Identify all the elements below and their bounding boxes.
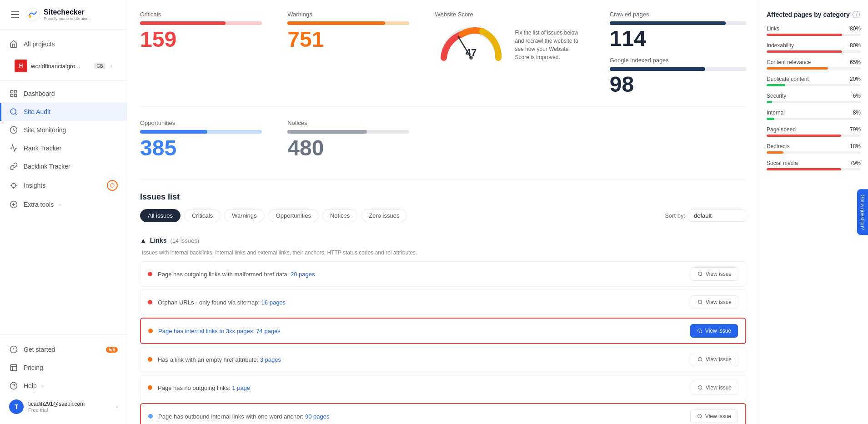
svg-point-36	[698, 358, 702, 361]
sidebar-item-help[interactable]: Help ›	[0, 377, 127, 395]
category-security: Security 6%	[767, 93, 861, 103]
sidebar-item-dashboard[interactable]: Dashboard	[0, 85, 127, 103]
sidebar-item-label: Help	[24, 382, 37, 389]
issue-text: Page has no outgoing links: 1 page	[158, 384, 685, 391]
svg-rect-2	[10, 90, 13, 93]
criticals-value: 159	[140, 29, 262, 50]
criticals-label: Criticals	[140, 11, 262, 18]
issue-pages-link[interactable]: 74 pages	[256, 328, 281, 334]
sidebar-item-insights[interactable]: Insights	[0, 175, 127, 195]
svg-point-0	[26, 8, 40, 21]
svg-point-1	[29, 15, 31, 18]
right-panel-title: Affected pages by category i	[767, 11, 861, 18]
svg-line-31	[701, 275, 702, 276]
severity-dot	[148, 414, 153, 419]
project-row[interactable]: H worldfinancialgrо... GB ›	[5, 55, 121, 77]
category-social-media: Social media 79%	[767, 160, 861, 170]
issue-text: Page has internal links to 3xx pages: 74…	[158, 328, 685, 334]
google-indexed-value: 98	[610, 74, 746, 95]
issue-row: Orphan URLs - only found via sitemap: 16…	[140, 289, 746, 315]
section-title: Links	[150, 237, 167, 244]
issue-pages: 16 pages	[261, 299, 286, 306]
crawled-bar	[610, 21, 746, 25]
sidebar-item-backlink-tracker[interactable]: Backlink Tracker	[0, 157, 127, 175]
sidebar-item-all-projects[interactable]: All projects	[0, 35, 127, 53]
category-content-relevance: Content relevance 65%	[767, 59, 861, 70]
question-bubble[interactable]: Got a question?	[857, 189, 868, 235]
chevron-right-icon: ›	[116, 404, 118, 409]
sidebar-item-label: Insights	[24, 182, 45, 189]
svg-point-34	[697, 329, 701, 333]
sidebar-item-rank-tracker[interactable]: Rank Tracker	[0, 139, 127, 157]
project-icon: H	[15, 60, 27, 72]
severity-dot	[148, 272, 152, 276]
warnings-bar	[287, 21, 409, 25]
filter-tab-warnings[interactable]: Warnings	[224, 209, 264, 222]
project-name: worldfinancialgrо...	[31, 63, 90, 70]
sidebar-item-label: Pricing	[24, 364, 43, 371]
issue-text: Orphan URLs - only found via sitemap: 16…	[158, 299, 685, 306]
issue-text: Page has outbound internal links with on…	[158, 413, 685, 420]
sidebar-item-get-started[interactable]: Get started 5/6	[0, 340, 127, 359]
section-count: (14 issues)	[170, 237, 199, 244]
collapse-icon[interactable]: ▲	[140, 237, 146, 244]
sidebar-item-site-audit[interactable]: Site Audit	[0, 103, 127, 121]
sidebar-header: Sitechecker Proudly made in Ukraine	[0, 0, 127, 30]
notices-label: Notices	[287, 120, 409, 126]
issue-link[interactable]: Page has internal links to 3xx pages:	[158, 328, 255, 334]
issue-pages: 90 pages	[305, 413, 330, 420]
view-issue-button[interactable]: View issue	[691, 267, 738, 281]
svg-point-38	[698, 386, 702, 389]
info-icon[interactable]: i	[853, 11, 860, 18]
view-issue-button[interactable]: View issue	[691, 353, 738, 366]
svg-rect-3	[15, 90, 17, 93]
monitor-icon	[9, 125, 18, 135]
stats-row2: Opportunities 385 Notices 480	[140, 120, 746, 180]
sidebar-item-label: Site Monitoring	[24, 126, 66, 134]
sidebar-item-label: Rank Tracker	[24, 145, 61, 152]
warnings-value: 751	[287, 29, 409, 50]
opportunities-stat: Opportunities 385	[140, 120, 276, 168]
criticals-stat: Criticals 159	[140, 11, 276, 95]
issue-pages: 20 pages	[291, 271, 315, 278]
view-issue-button[interactable]: View issue	[691, 381, 738, 394]
question-icon	[9, 381, 18, 390]
sidebar-item-extra-tools[interactable]: Extra tools ›	[0, 195, 127, 214]
filter-tab-zero-issues[interactable]: Zero issues	[361, 209, 407, 222]
view-issue-button[interactable]: View issue	[690, 409, 738, 423]
view-issue-button[interactable]: View issue	[691, 295, 738, 309]
warnings-label: Warnings	[287, 11, 409, 18]
category-links: Links 80%	[767, 25, 861, 36]
svg-line-33	[701, 303, 702, 304]
svg-line-35	[701, 332, 702, 333]
link-icon	[9, 162, 18, 171]
sidebar-item-label: Get started	[24, 346, 55, 353]
filter-tab-all-issues[interactable]: All issues	[140, 209, 181, 222]
svg-line-37	[701, 360, 702, 361]
audit-icon	[9, 107, 18, 116]
rocket-icon	[9, 345, 18, 354]
sort-select[interactable]: default severity pages affected	[689, 210, 746, 222]
sidebar-item-label: Dashboard	[24, 90, 55, 97]
sidebar-item-label: Backlink Tracker	[24, 163, 70, 170]
filter-tab-criticals[interactable]: Criticals	[184, 209, 221, 222]
logo-text: Sitechecker Proudly made in Ukraine	[44, 8, 89, 21]
sidebar-item-site-monitoring[interactable]: Site Monitoring	[0, 121, 127, 139]
insights-badge	[107, 180, 118, 191]
criticals-bar	[140, 21, 262, 25]
bulb-icon	[9, 181, 18, 190]
crawled-stats: Crawled pages 114 Google indexed pages 9…	[610, 11, 746, 95]
notices-stat: Notices 480	[287, 120, 424, 168]
view-issue-button-primary[interactable]: View issue	[690, 324, 738, 338]
sort-label: Sort by:	[665, 212, 685, 219]
sidebar-item-pricing[interactable]: Pricing	[0, 359, 127, 377]
categories-list: Links 80% Indexability 80% Content relev…	[767, 25, 861, 170]
issues-title: Issues list	[140, 192, 746, 202]
hamburger-menu[interactable]	[9, 10, 21, 20]
svg-line-41	[701, 417, 702, 418]
filter-tab-opportunities[interactable]: Opportunities	[268, 209, 319, 222]
website-score-stat: Website Score	[435, 11, 598, 95]
filter-tab-notices[interactable]: Notices	[322, 209, 357, 222]
svg-point-30	[698, 272, 702, 276]
user-profile-row[interactable]: T ticadih291@saeoil.com Free trial ›	[0, 395, 127, 419]
